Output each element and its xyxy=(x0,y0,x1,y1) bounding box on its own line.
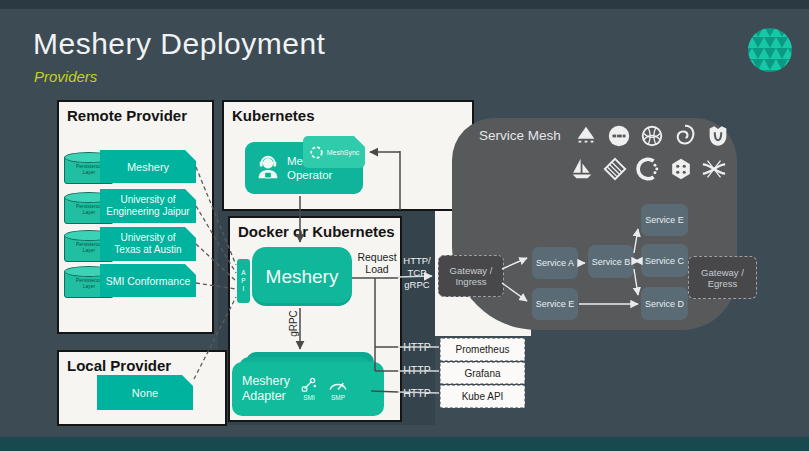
layered-triangles-icon xyxy=(571,122,601,150)
mesh-logos-row-2 xyxy=(567,155,737,183)
http-label: HTTP xyxy=(401,364,433,376)
service-a-box: Service A xyxy=(532,247,578,279)
kube-api-box: Kube API xyxy=(440,385,525,408)
sync-ring-icon xyxy=(309,145,324,160)
api-tab: API xyxy=(237,259,250,303)
smp-badge: SMP xyxy=(327,377,349,401)
smi-badge: SMI xyxy=(300,377,318,401)
service-e-top-box: Service E xyxy=(641,204,688,236)
gateway-ingress-box: Gateway / Ingress xyxy=(438,255,504,297)
c-with-dots-icon xyxy=(633,155,663,183)
gateway-egress-box: Gateway / Egress xyxy=(688,256,757,299)
meshery-box: Meshery xyxy=(252,247,352,306)
http-tcp-grpc-label: HTTP/ TCP gRPC xyxy=(401,255,433,291)
gauge-icon xyxy=(327,377,349,393)
remote-item-jaipur: University of Engineering Jaipur xyxy=(100,189,196,223)
sailboat-icon xyxy=(567,155,597,183)
bear-shield-icon xyxy=(703,122,733,150)
request-load-label: Request Load xyxy=(354,251,400,275)
service-e-bottom-box: Service E xyxy=(532,288,578,320)
smp-label: SMP xyxy=(331,394,345,401)
service-b-box: Service B xyxy=(588,245,634,278)
docker-kubernetes-title: Docker or Kubernetes xyxy=(238,223,395,240)
circle-wordmark-icon xyxy=(604,122,634,150)
slide: Meshery Deployment Providers Remote Prov… xyxy=(0,0,809,451)
smi-label: SMI xyxy=(303,394,315,401)
grpc-label: gRPC xyxy=(288,301,299,347)
meshery-adapter-box: Meshery Adapter SMI xyxy=(232,362,384,416)
remote-item-austin: University of Texas at Austin xyxy=(100,227,196,261)
smi-icon xyxy=(300,377,318,393)
spiral-shell-icon xyxy=(670,122,700,150)
local-provider-title: Local Provider xyxy=(67,357,171,374)
grafana-box: Grafana xyxy=(440,362,525,384)
woven-x-icon xyxy=(699,155,729,183)
service-c-box: Service C xyxy=(641,244,688,277)
service-d-box: Service D xyxy=(641,287,688,320)
page-title: Meshery Deployment xyxy=(33,27,325,61)
top-bar xyxy=(0,0,809,9)
mesh-logos-row-1 xyxy=(571,122,736,150)
meshsync-box: MeshSync xyxy=(303,136,365,168)
meshery-logo-icon xyxy=(746,26,794,74)
remote-provider-title: Remote Provider xyxy=(67,107,187,124)
prometheus-box: Prometheus xyxy=(440,338,525,361)
knot-sphere-icon xyxy=(637,122,667,150)
http-label: HTTP xyxy=(401,387,433,399)
kubernetes-title: Kubernetes xyxy=(232,107,315,124)
remote-item-meshery: Meshery xyxy=(100,150,196,183)
bottom-bar xyxy=(0,437,809,451)
hex-nodes-icon xyxy=(666,155,696,183)
http-label: HTTP xyxy=(401,341,433,353)
operator-icon xyxy=(252,152,284,184)
service-mesh-title: Service Mesh xyxy=(479,128,561,143)
local-item-none: None xyxy=(97,375,193,410)
meshsync-label: MeshSync xyxy=(327,149,360,156)
page-subtitle: Providers xyxy=(34,68,97,85)
adapter-label: Meshery Adapter xyxy=(242,374,290,404)
hatched-cube-icon xyxy=(600,155,630,183)
remote-item-smi: SMI Conformance xyxy=(100,264,196,297)
